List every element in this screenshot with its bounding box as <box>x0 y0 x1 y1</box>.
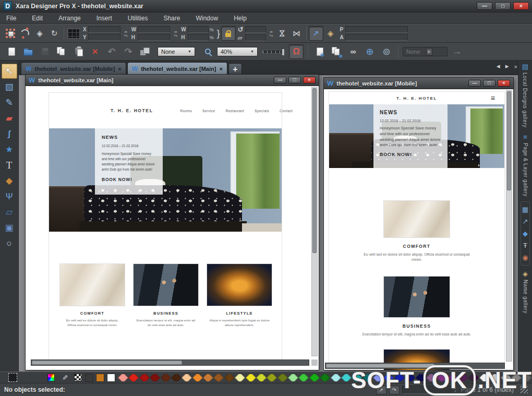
open-button[interactable] <box>21 44 35 59</box>
flip-vertical-button[interactable]: ⋈ <box>289 26 304 41</box>
color-swatch[interactable] <box>331 374 341 381</box>
zoom-level-select[interactable]: 40% ▼ <box>217 47 258 56</box>
publish-website-button[interactable]: ⊚ <box>379 44 394 59</box>
copy-button[interactable] <box>54 44 69 59</box>
color-swatch[interactable] <box>96 374 104 382</box>
color-swatch[interactable] <box>288 374 298 381</box>
close-button[interactable]: × <box>513 2 529 10</box>
fill-gallery-icon[interactable]: ◆ <box>523 230 528 237</box>
tool-text[interactable]: T <box>2 158 17 173</box>
a-field[interactable] <box>345 34 408 41</box>
bitmap-gallery-icon[interactable]: ▦ <box>522 206 528 213</box>
table-grid-button[interactable] <box>66 26 81 41</box>
menu-file[interactable]: File <box>6 15 16 22</box>
color-swatch[interactable] <box>309 374 320 381</box>
maximize-button[interactable]: □ <box>288 77 301 83</box>
tab-scroll-left-button[interactable]: ◀ <box>497 64 500 70</box>
tool-freehand[interactable]: ʃ <box>2 126 17 141</box>
selection-handles-button[interactable] <box>3 26 18 41</box>
color-swatch[interactable] <box>118 374 128 381</box>
color-swatch[interactable] <box>129 374 139 381</box>
color-swatch[interactable] <box>203 374 213 381</box>
tab-main-document[interactable]: W thehotel_website.xar [Main] × <box>127 62 227 75</box>
position-spinners[interactable]: ◂▸ ▾▴ <box>124 30 128 37</box>
eyedropper-icon[interactable]: ✎ <box>61 375 69 380</box>
preset-arrow-button[interactable]: ▶ <box>426 48 432 55</box>
main-window-titlebar[interactable]: W thehotel_website.xar [Main] — □ × <box>26 75 319 86</box>
color-swatch[interactable] <box>139 374 150 381</box>
redo-button[interactable]: ↷ <box>121 44 136 59</box>
tab-close-icon[interactable]: × <box>219 66 222 72</box>
tab-mobile-document[interactable]: W thehotel_website.xar [Mobile] × <box>21 62 126 75</box>
x-field[interactable] <box>88 26 120 33</box>
color-swatch[interactable] <box>299 374 309 381</box>
new-document-button[interactable] <box>4 44 19 59</box>
rotate-spinners[interactable]: ◂▸ ▾▴ <box>270 30 273 37</box>
color-swatch[interactable] <box>107 374 115 382</box>
width-field[interactable] <box>138 26 170 33</box>
size-spinners[interactable]: ◂▸ ▾▴ <box>174 30 177 37</box>
color-swatch[interactable] <box>171 374 182 381</box>
tool-selector[interactable]: ↖ <box>2 64 17 79</box>
color-swatch[interactable] <box>341 374 352 381</box>
rotate-field[interactable] <box>245 26 266 33</box>
menu-insert[interactable]: Insert <box>96 15 112 22</box>
tool-zoom[interactable]: ○ <box>2 236 17 251</box>
no-color-swatch[interactable] <box>8 373 17 382</box>
fill-style-button[interactable]: ◈ <box>32 26 47 41</box>
color-editor-swatch[interactable] <box>47 374 55 381</box>
color-swatch[interactable] <box>214 374 224 381</box>
vertical-scrollbar[interactable] <box>506 90 512 362</box>
preview-website-button[interactable] <box>329 44 344 59</box>
preview-page-button[interactable] <box>312 44 327 59</box>
stretch-preset-select[interactable]: None ▶ <box>403 47 448 56</box>
quality-select[interactable]: None ▼ <box>158 47 195 56</box>
tool-erase[interactable]: ▰ <box>2 111 17 126</box>
curve-edit-button[interactable] <box>18 26 32 41</box>
save-button[interactable] <box>38 44 52 59</box>
scrollbar-thumb[interactable] <box>507 91 511 190</box>
show-edit-handles-button[interactable]: ↗ <box>309 26 323 41</box>
lock-aspect-button[interactable] <box>221 26 236 41</box>
feather-slider[interactable] <box>260 44 287 59</box>
snap-to-objects-button[interactable]: Ω <box>289 44 304 59</box>
color-swatch[interactable] <box>192 374 203 381</box>
maximize-button[interactable]: □ <box>483 80 495 87</box>
tool-quickshape[interactable]: ★ <box>2 142 17 157</box>
color-swatch[interactable] <box>182 374 192 381</box>
new-tab-button[interactable]: + <box>228 63 242 75</box>
y-field[interactable] <box>88 34 120 41</box>
delete-button[interactable]: × <box>88 44 102 59</box>
transparency-swatch[interactable] <box>74 374 82 381</box>
menu-edit[interactable]: Edit <box>32 15 43 22</box>
width-percent-field[interactable] <box>188 26 209 33</box>
arrange-stack-button[interactable] <box>138 44 152 59</box>
undo-button[interactable]: ↶ <box>104 44 119 59</box>
tool-photo-edit[interactable]: ✎ <box>2 95 17 110</box>
close-button[interactable]: × <box>303 77 316 83</box>
color-swatch[interactable] <box>235 374 245 381</box>
menu-help[interactable]: Help <box>234 15 247 22</box>
color-swatch[interactable] <box>267 374 277 381</box>
font-gallery-icon[interactable]: Ŧ <box>523 242 527 249</box>
tool-fill[interactable]: ◆ <box>2 173 17 188</box>
color-swatch[interactable] <box>161 374 171 381</box>
name-tag-button[interactable]: ◈ <box>323 26 338 41</box>
color-swatch[interactable] <box>224 374 235 381</box>
skew-field[interactable] <box>245 34 266 41</box>
tool-bevel[interactable]: ▣ <box>2 220 17 235</box>
mobile-window-titlebar[interactable]: W thehotel_website.xar [Mobile] — □ × <box>324 78 513 89</box>
flip-horizontal-button[interactable]: ⋈ <box>275 26 289 41</box>
color-swatch[interactable] <box>150 374 160 381</box>
color-swatch[interactable] <box>320 374 330 381</box>
horizontal-scrollbar[interactable] <box>31 359 309 366</box>
name-gallery-tab[interactable]: ◈ Name gallery <box>523 270 528 314</box>
page-layer-gallery-tab[interactable]: ≡ Page & Layer gallery <box>523 133 528 197</box>
mobile-canvas[interactable]: T. H. E. HOTEL ≡ NEWS 12.02.2016 – 21.02… <box>324 89 513 370</box>
minimize-button[interactable]: — <box>477 2 492 10</box>
tool-photo-heal[interactable]: ▧ <box>2 79 17 94</box>
minimize-button[interactable]: — <box>274 77 286 83</box>
maximize-button[interactable]: □ <box>495 2 511 10</box>
zoom-tool-button[interactable] <box>200 44 215 59</box>
forward-button[interactable]: → <box>450 44 464 59</box>
